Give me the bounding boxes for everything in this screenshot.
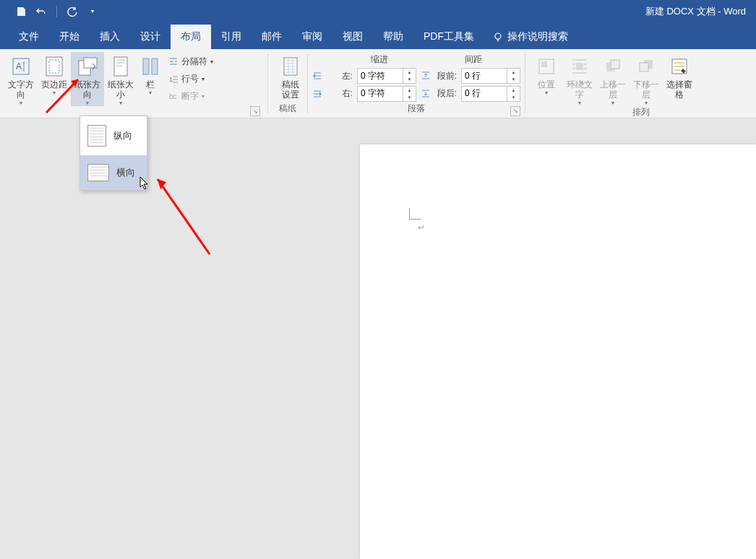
window-title: 新建 DOCX 文档 - Word — [645, 5, 746, 18]
orientation-button[interactable]: 纸张方向 ▾ — [71, 52, 104, 106]
selection-pane-button[interactable]: 选择窗格 — [663, 52, 696, 100]
undo-icon[interactable] — [33, 4, 49, 20]
portrait-icon — [87, 125, 106, 147]
tab-help[interactable]: 帮助 — [373, 25, 413, 49]
gaozhi-icon — [279, 55, 302, 78]
spacing-before-icon — [421, 71, 430, 81]
svg-rect-19 — [640, 63, 648, 72]
hyphenation-button[interactable]: bc 断字▾ — [168, 88, 213, 104]
orientation-dropdown: 纵向 横向 — [80, 116, 147, 191]
tell-me-search[interactable]: 操作说明搜索 — [484, 25, 577, 49]
margin-corner-marker — [409, 207, 422, 220]
mouse-cursor-icon — [139, 176, 150, 191]
chevron-up-icon[interactable]: ▲ — [507, 87, 520, 94]
line-numbers-button[interactable]: 1 行号▾ — [168, 71, 213, 87]
redo-icon[interactable] — [64, 4, 80, 20]
spacing-after-icon — [421, 89, 430, 99]
tab-home[interactable]: 开始 — [49, 25, 90, 49]
size-button[interactable]: 纸张大小 ▾ — [104, 52, 137, 106]
svg-rect-17 — [611, 60, 619, 69]
bring-forward-icon — [601, 55, 624, 78]
chevron-down-icon: ▾ — [53, 90, 56, 96]
columns-icon — [139, 55, 162, 78]
chevron-up-icon[interactable]: ▲ — [507, 69, 520, 76]
spacing-header: 间距 — [426, 53, 520, 66]
tab-layout[interactable]: 布局 — [171, 25, 211, 49]
svg-line-23 — [158, 179, 210, 254]
indent-right-label: 右: — [326, 87, 352, 100]
titlebar: ▾ 新建 DOCX 文档 - Word — [0, 0, 756, 22]
chevron-down-icon: ▾ — [20, 100, 22, 106]
qat-customize-icon[interactable]: ▾ — [85, 4, 100, 20]
orientation-portrait-option[interactable]: 纵向 — [80, 116, 147, 155]
group-label-gaozhi: 稿纸 — [272, 103, 303, 116]
position-icon — [535, 55, 558, 78]
indent-header: 缩进 — [332, 53, 426, 66]
chevron-down-icon[interactable]: ▼ — [403, 94, 416, 101]
chevron-down-icon: ▾ — [86, 100, 89, 106]
text-direction-button[interactable]: A 文字方向 ▾ — [4, 52, 38, 106]
tab-design[interactable]: 设计 — [130, 25, 171, 49]
annotation-arrow — [152, 173, 217, 260]
document-page[interactable]: ↵ — [360, 144, 756, 559]
gaozhi-settings-button[interactable]: 稿纸 设置 — [272, 52, 309, 100]
svg-point-0 — [495, 33, 501, 39]
spacing-before-spinner[interactable]: ▲▼ — [461, 68, 520, 84]
svg-rect-3 — [46, 57, 62, 76]
chevron-up-icon[interactable]: ▲ — [403, 69, 416, 76]
spacing-before-input[interactable] — [462, 69, 507, 83]
orientation-icon — [76, 55, 99, 78]
send-backward-button[interactable]: 下移一层▾ — [630, 52, 663, 106]
indent-left-icon — [312, 71, 322, 81]
indent-right-input[interactable] — [358, 87, 403, 101]
paragraph-dialog-launcher[interactable]: ↘ — [510, 106, 520, 116]
landscape-icon — [87, 164, 109, 181]
chevron-down-icon: ▾ — [119, 100, 122, 106]
wrap-text-button[interactable]: 环绕文字▾ — [563, 52, 596, 106]
indent-left-label: 左: — [326, 70, 352, 82]
columns-button[interactable]: 栏 ▾ — [138, 52, 163, 96]
indent-right-spinner[interactable]: ▲▼ — [357, 86, 416, 102]
svg-marker-24 — [158, 179, 166, 189]
chevron-down-icon[interactable]: ▼ — [507, 94, 520, 101]
spacing-after-input[interactable] — [462, 87, 507, 101]
svg-text:A: A — [16, 61, 22, 72]
wrap-text-icon — [568, 55, 591, 78]
tab-references[interactable]: 引用 — [211, 25, 252, 49]
tab-file[interactable]: 文件 — [9, 25, 49, 49]
hyphenation-icon: bc — [168, 91, 179, 101]
tab-mailings[interactable]: 邮件 — [252, 25, 292, 49]
chevron-down-icon[interactable]: ▼ — [403, 76, 416, 83]
tab-insert[interactable]: 插入 — [90, 25, 130, 49]
svg-text:1: 1 — [169, 76, 173, 83]
lightbulb-icon — [493, 32, 503, 42]
spacing-before-label: 段前: — [434, 70, 457, 82]
indent-left-spinner[interactable]: ▲▼ — [357, 68, 416, 84]
text-direction-icon: A — [9, 55, 33, 78]
paragraph-mark-icon: ↵ — [418, 222, 425, 233]
breaks-button[interactable]: 分隔符▾ — [168, 53, 213, 69]
group-gaozhi: 稿纸 设置 稿纸 — [268, 49, 307, 118]
chevron-up-icon[interactable]: ▲ — [403, 87, 416, 94]
margins-button[interactable]: 页边距 ▾ — [38, 52, 71, 96]
spacing-after-spinner[interactable]: ▲▼ — [461, 86, 520, 102]
chevron-down-icon[interactable]: ▼ — [507, 76, 520, 83]
indent-right-icon — [312, 89, 322, 99]
bring-forward-button[interactable]: 上移一层▾ — [596, 52, 630, 106]
group-arrange: 位置▾ 环绕文字▾ 上移一层▾ 下移一层▾ 选择窗格 排列 — [525, 49, 756, 118]
page-setup-dialog-launcher[interactable]: ↘ — [250, 106, 260, 116]
breaks-icon — [168, 56, 179, 66]
selection-pane-icon — [668, 55, 691, 78]
orientation-landscape-option[interactable]: 横向 — [80, 155, 147, 190]
group-page-setup: A 文字方向 ▾ 页边距 ▾ 纸张方向 ▾ — [0, 49, 267, 118]
save-icon[interactable] — [13, 4, 29, 20]
tell-me-placeholder: 操作说明搜索 — [507, 30, 568, 43]
page-size-icon — [109, 55, 132, 78]
group-label-arrange: 排列 — [530, 106, 752, 120]
svg-rect-9 — [152, 58, 158, 74]
position-button[interactable]: 位置▾ — [530, 52, 563, 96]
tab-view[interactable]: 视图 — [332, 25, 373, 49]
tab-pdf-tools[interactable]: PDF工具集 — [413, 25, 484, 49]
tab-review[interactable]: 审阅 — [292, 25, 332, 49]
indent-left-input[interactable] — [358, 69, 403, 83]
